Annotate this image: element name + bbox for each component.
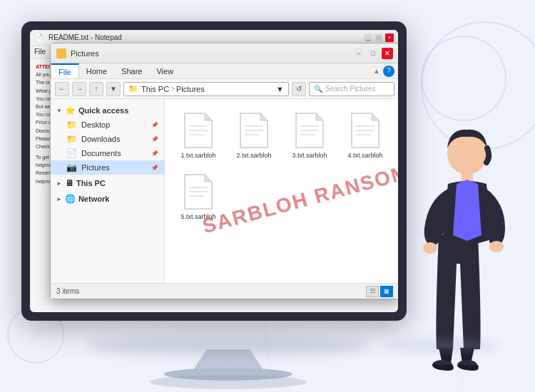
explorer-titlebar: Pictures – □ ✕ [51,43,398,63]
tab-file[interactable]: File [51,63,79,78]
monitor-shadow [86,335,371,356]
folder-pictures-icon: 📷 [66,163,77,172]
sidebar-header-quickaccess[interactable]: ▼ ⭐ Quick access [51,103,164,118]
file-name-3: 3.txt.sarbloh [292,152,327,159]
explorer-body: ▼ ⭐ Quick access 📁 Desktop 📌 📁 [51,99,398,283]
view-large-icons-button[interactable]: ▦ [380,286,393,297]
sidebar-item-downloads[interactable]: 📁 Downloads 📌 [51,132,164,146]
network-icon: 🌐 [65,194,76,204]
address-dropdown[interactable]: ▼ [276,85,284,93]
notepad-menu-file[interactable]: File [34,48,46,56]
pin-pictures-icon: 📌 [151,165,158,171]
breadcrumb-pictures[interactable]: Pictures [176,85,205,93]
view-details-button[interactable]: ☷ [366,286,379,297]
window-controls: – □ ✕ [353,48,393,59]
explorer-folder-icon [56,48,66,58]
notepad-close[interactable]: × [385,33,394,42]
thispc-label: This PC [76,179,106,187]
file-grid: 1.txt.sarbloh [170,105,393,227]
address-breadcrumb: This PC > Pictures [141,85,205,93]
explorer-content: SARBLOH RANSOMWARE [165,99,398,283]
notepad-icon: 📄 [34,33,43,41]
folder-documents-icon: 📄 [66,148,77,158]
help-button[interactable]: ? [383,66,394,77]
forward-button[interactable]: → [72,82,86,96]
recent-button[interactable]: ▼ [106,82,121,96]
file-icon-1 [183,112,213,149]
sidebar-desktop-label: Desktop [81,120,110,129]
search-placeholder: Search Pictures [325,85,376,93]
sidebar-section-quickaccess: ▼ ⭐ Quick access 📁 Desktop 📌 📁 [51,103,164,175]
sidebar-header-thispc[interactable]: ► 🖥 This PC [51,176,164,190]
pin-icon: 📌 [151,122,158,128]
list-item[interactable]: 5.txt.sarbloh [173,169,223,225]
person-illustration [399,121,514,349]
file-name-4: 4.txt.sarbloh [347,152,382,159]
person-shadow [385,339,499,353]
explorer-statusbar: 3 items ☷ ▦ [51,283,398,299]
pin-downloads-icon: 📌 [151,136,158,143]
monitor-frame: 📄 README.txt - Notepad _ □ × File Edit F… [21,21,407,321]
list-item[interactable]: 3.txt.sarbloh [285,108,335,163]
chevron-right-network-icon: ► [56,196,62,202]
tab-home[interactable]: Home [79,63,114,78]
maximize-button[interactable]: □ [367,48,379,59]
notepad-minimize[interactable]: _ [364,33,372,42]
back-button[interactable]: ← [55,82,69,96]
sidebar-section-thispc: ► 🖥 This PC [51,176,164,190]
breadcrumb-sep1: > [170,85,175,93]
explorer-addressbar: ← → ↑ ▼ 📁 This PC > Pictures ▼ ↺ [51,79,398,99]
tab-share[interactable]: Share [114,63,149,78]
address-bar[interactable]: 📁 This PC > Pictures ▼ [123,82,289,96]
monitor-screen: 📄 README.txt - Notepad _ □ × File Edit F… [30,30,398,312]
view-toggles: ☷ ▦ [366,286,393,297]
item-count: 3 items [56,287,79,295]
minimize-button[interactable]: – [353,48,365,59]
list-item[interactable]: 2.txt.sarbloh [229,108,279,163]
sidebar-item-documents[interactable]: 📄 Documents 📌 [51,146,164,160]
notepad-maximize[interactable]: □ [374,33,383,42]
file-icon-3 [295,112,325,149]
folder-desktop-icon: 📁 [66,120,77,130]
ribbon-chevron-up[interactable]: ▲ [373,67,380,75]
file-explorer-window: Pictures – □ ✕ File Home Share View ▲ [50,43,398,299]
file-icon-5 [183,173,213,210]
sidebar-downloads-label: Downloads [81,135,120,143]
explorer-sidebar: ▼ ⭐ Quick access 📁 Desktop 📌 📁 [51,99,165,283]
file-icon-4 [350,112,380,149]
file-name-5: 5.txt.sarbloh [180,213,215,220]
sidebar-header-network[interactable]: ► 🌐 Network [51,192,164,206]
sidebar-item-pictures[interactable]: 📷 Pictures 📌 [51,160,164,175]
file-name-1: 1.txt.sarbloh [180,152,215,159]
chevron-down-icon: ▼ [56,108,62,114]
star-icon: ⭐ [65,105,76,115]
up-button[interactable]: ↑ [89,82,103,96]
svg-point-18 [489,241,504,252]
refresh-button[interactable]: ↺ [292,82,306,96]
search-box[interactable]: 🔍 Search Pictures [309,82,394,96]
monitor: 📄 README.txt - Notepad _ □ × File Edit F… [21,21,435,349]
file-name-2: 2.txt.sarbloh [236,152,271,159]
list-item[interactable]: 4.txt.sarbloh [340,108,390,163]
breadcrumb-thispc[interactable]: This PC [141,85,169,93]
quickaccess-label: Quick access [78,106,128,115]
list-item[interactable]: 1.txt.sarbloh [173,108,223,163]
monitor-base-shadow [150,375,307,389]
explorer-title-text: Pictures [71,49,99,58]
close-button[interactable]: ✕ [382,48,393,59]
tab-view[interactable]: View [149,63,180,78]
sidebar-pictures-label: Pictures [81,163,110,172]
explorer-ribbon: File Home Share View ▲ ? [51,63,398,79]
network-label: Network [78,195,109,203]
sidebar-item-desktop[interactable]: 📁 Desktop 📌 [51,118,164,132]
search-icon: 🔍 [314,85,322,93]
file-icon-2 [239,112,269,149]
svg-point-17 [423,242,437,254]
chevron-right-thispc-icon: ► [56,180,62,187]
notepad-title: README.txt - Notepad [49,33,122,41]
address-icon: 📁 [128,84,138,93]
folder-downloads-icon: 📁 [66,134,77,144]
computer-icon: 🖥 [65,178,73,188]
sidebar-documents-label: Documents [81,149,121,158]
pin-documents-icon: 📌 [151,150,158,157]
